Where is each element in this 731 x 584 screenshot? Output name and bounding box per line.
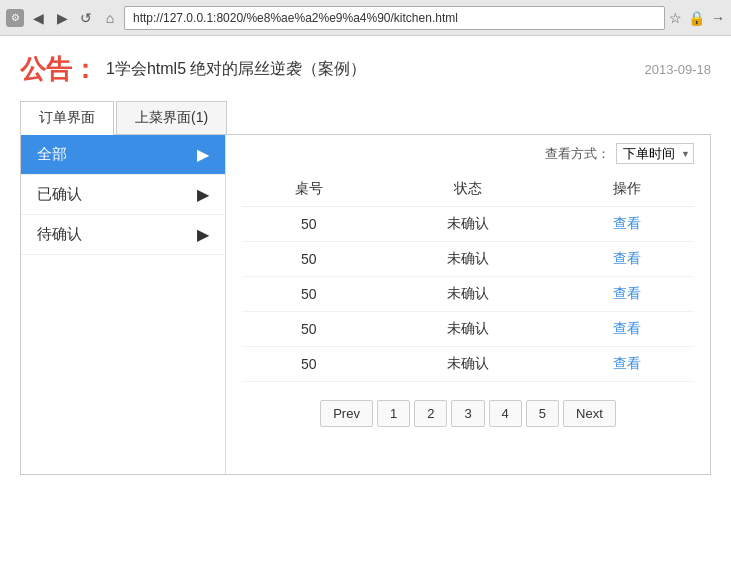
col-desk: 桌号 (242, 172, 375, 207)
action-link-2[interactable]: 查看 (613, 285, 641, 301)
sidebar: 全部 ▶ 已确认 ▶ 待确认 ▶ (21, 135, 226, 474)
cell-action-3[interactable]: 查看 (561, 312, 694, 347)
cell-status-2: 未确认 (375, 277, 560, 312)
cell-desk-0: 50 (242, 207, 375, 242)
content-area: 查看方式： 下单时间 桌号 状态 桌号 状态 操作 (226, 135, 710, 474)
announcement-text: 1学会html5 绝对的屌丝逆袭（案例） (106, 59, 366, 80)
next-button[interactable]: Next (563, 400, 616, 427)
bookmark-icon[interactable]: ☆ (669, 10, 682, 26)
cell-desk-2: 50 (242, 277, 375, 312)
table-header-row: 桌号 状态 操作 (242, 172, 694, 207)
cell-status-0: 未确认 (375, 207, 560, 242)
page-button-1[interactable]: 1 (377, 400, 410, 427)
cell-action-2[interactable]: 查看 (561, 277, 694, 312)
view-select-wrapper: 下单时间 桌号 状态 (616, 143, 694, 164)
refresh-button[interactable]: ↺ (76, 8, 96, 28)
main-layout: 全部 ▶ 已确认 ▶ 待确认 ▶ 查看方式： 下单时间 桌号 (20, 135, 711, 475)
col-status: 状态 (375, 172, 560, 207)
settings-icon[interactable]: ⚙ (6, 9, 24, 27)
table-row: 50 未确认 查看 (242, 277, 694, 312)
home-button[interactable]: ⌂ (100, 8, 120, 28)
sidebar-arrow-confirmed: ▶ (197, 185, 209, 204)
page-button-5[interactable]: 5 (526, 400, 559, 427)
view-control-row: 查看方式： 下单时间 桌号 状态 (242, 135, 694, 172)
col-action: 操作 (561, 172, 694, 207)
table-row: 50 未确认 查看 (242, 347, 694, 382)
browser-chrome: ⚙ ◀ ▶ ↺ ⌂ ☆ 🔒 → (0, 0, 731, 36)
sidebar-item-pending-label: 待确认 (37, 225, 82, 244)
sidebar-item-all-label: 全部 (37, 145, 67, 164)
cell-desk-4: 50 (242, 347, 375, 382)
announcement-bar: 公告： 1学会html5 绝对的屌丝逆袭（案例） 2013-09-18 (20, 52, 711, 87)
table-row: 50 未确认 查看 (242, 207, 694, 242)
tabs-row: 订单界面 上菜界面(1) (20, 101, 711, 135)
announcement-label: 公告： (20, 52, 98, 87)
cell-action-4[interactable]: 查看 (561, 347, 694, 382)
sidebar-item-confirmed[interactable]: 已确认 ▶ (21, 175, 225, 215)
cell-status-3: 未确认 (375, 312, 560, 347)
sidebar-arrow-pending: ▶ (197, 225, 209, 244)
sidebar-item-confirmed-label: 已确认 (37, 185, 82, 204)
cell-action-0[interactable]: 查看 (561, 207, 694, 242)
action-link-4[interactable]: 查看 (613, 355, 641, 371)
cell-status-4: 未确认 (375, 347, 560, 382)
announcement-left: 公告： 1学会html5 绝对的屌丝逆袭（案例） (20, 52, 366, 87)
table-row: 50 未确认 查看 (242, 242, 694, 277)
table-row: 50 未确认 查看 (242, 312, 694, 347)
action-link-1[interactable]: 查看 (613, 250, 641, 266)
cell-action-1[interactable]: 查看 (561, 242, 694, 277)
page-button-2[interactable]: 2 (414, 400, 447, 427)
arrow-icon[interactable]: → (711, 10, 725, 26)
sidebar-arrow-all: ▶ (197, 145, 209, 164)
action-link-0[interactable]: 查看 (613, 215, 641, 231)
forward-button[interactable]: ▶ (52, 8, 72, 28)
back-button[interactable]: ◀ (28, 8, 48, 28)
sidebar-item-all[interactable]: 全部 ▶ (21, 135, 225, 175)
view-control-label: 查看方式： (545, 145, 610, 163)
view-select[interactable]: 下单时间 桌号 状态 (616, 143, 694, 164)
announcement-date: 2013-09-18 (645, 62, 712, 77)
page-button-4[interactable]: 4 (489, 400, 522, 427)
cell-desk-3: 50 (242, 312, 375, 347)
lock-icon[interactable]: 🔒 (688, 10, 705, 26)
browser-right-icons: ☆ 🔒 → (669, 10, 725, 26)
table-body: 50 未确认 查看 50 未确认 查看 50 未确认 查看 50 未确认 查看 … (242, 207, 694, 382)
data-table: 桌号 状态 操作 50 未确认 查看 50 未确认 查看 50 未确认 查看 5… (242, 172, 694, 382)
pagination: Prev 1 2 3 4 5 Next (242, 382, 694, 435)
tab-serve[interactable]: 上菜界面(1) (116, 101, 227, 134)
cell-status-1: 未确认 (375, 242, 560, 277)
page-content: 公告： 1学会html5 绝对的屌丝逆袭（案例） 2013-09-18 订单界面… (0, 36, 731, 491)
sidebar-item-pending[interactable]: 待确认 ▶ (21, 215, 225, 255)
page-button-3[interactable]: 3 (451, 400, 484, 427)
tab-orders[interactable]: 订单界面 (20, 101, 114, 135)
address-bar[interactable] (124, 6, 665, 30)
prev-button[interactable]: Prev (320, 400, 373, 427)
action-link-3[interactable]: 查看 (613, 320, 641, 336)
cell-desk-1: 50 (242, 242, 375, 277)
